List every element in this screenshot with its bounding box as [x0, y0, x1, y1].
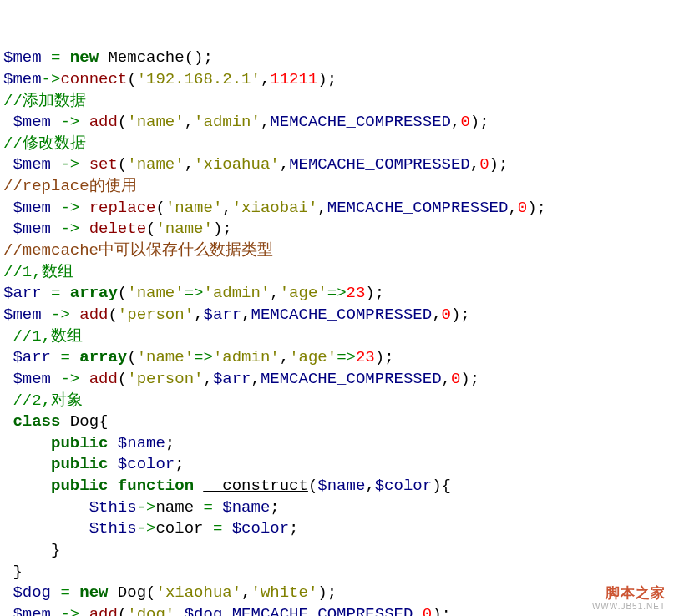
semicolon: ;: [203, 48, 212, 67]
paren: (: [127, 348, 136, 366]
paren: (: [118, 113, 127, 131]
semicolon: ;: [270, 498, 279, 517]
comment: //修改数据: [3, 134, 86, 153]
comma: ,: [413, 605, 422, 616]
comma: ,: [251, 370, 261, 388]
variable: $mem: [13, 605, 51, 616]
code-line: $mem -> add('person',$arr,MEMCACHE_COMPR…: [3, 305, 470, 324]
arrow-op: =>: [327, 284, 347, 302]
variable: $mem: [13, 113, 51, 131]
code-line: $mem -> set('name','xioahua',MEMCACHE_CO…: [3, 155, 508, 174]
comma: ,: [222, 199, 231, 217]
code-line: //修改数据: [3, 134, 86, 153]
keyword: new: [79, 583, 108, 602]
constant: MEMCACHE_COMPRESSED: [289, 155, 470, 174]
string: 'name': [127, 155, 184, 174]
comment: //replace的使用: [3, 177, 137, 195]
paren: ): [213, 220, 222, 238]
keyword: new: [70, 48, 99, 67]
comment: //1,数组: [3, 263, 73, 281]
semicolon: ;: [222, 220, 231, 238]
semicolon: ;: [327, 70, 337, 88]
comma: ,: [194, 305, 203, 324]
comma: ,: [280, 155, 289, 174]
semicolon: ;: [384, 348, 393, 366]
variable: $this: [89, 519, 137, 538]
comma: ,: [222, 605, 231, 616]
string: 'xiaohua': [155, 583, 241, 602]
arrow-op: ->: [137, 519, 156, 538]
code-line: //replace的使用: [3, 177, 137, 195]
method: add: [89, 605, 118, 616]
variable: $mem: [13, 370, 51, 388]
code-line: public $name;: [3, 434, 175, 452]
code-line: //memcache中可以保存什么数据类型: [3, 241, 273, 260]
paren: ): [365, 284, 374, 302]
number: 23: [347, 284, 366, 302]
comma: ,: [185, 113, 194, 131]
arrow-op: ->: [137, 498, 156, 517]
brace: {: [442, 477, 451, 495]
class-name: Dog: [118, 583, 146, 602]
comma: ,: [270, 284, 279, 302]
variable: $name: [118, 434, 165, 452]
constant: MEMCACHE_COMPRESSED: [251, 305, 433, 324]
variable: $name: [317, 477, 365, 495]
comment: //1,数组: [13, 327, 83, 346]
code-line: $arr = array('name'=>'admin','age'=>23);: [3, 348, 394, 366]
semicolon: ;: [175, 455, 184, 473]
code-line: public $color;: [3, 455, 185, 473]
comma: ,: [442, 370, 451, 388]
variable: $arr: [13, 348, 51, 366]
operator: =: [60, 348, 69, 366]
variable: $color: [118, 455, 175, 473]
method: delete: [89, 220, 146, 238]
number: 11211: [270, 70, 317, 88]
method: add: [79, 305, 108, 324]
method: set: [89, 155, 118, 174]
string: 'dog': [127, 605, 175, 616]
semicolon: ;: [537, 199, 546, 217]
code-line: //2,对象: [3, 391, 83, 410]
method: replace: [89, 199, 156, 217]
paren: (: [118, 155, 127, 174]
variable: $arr: [203, 305, 241, 324]
arrow-op: ->: [60, 113, 79, 131]
code-line: //1,数组: [3, 327, 83, 346]
paren: (: [118, 284, 127, 302]
comma: ,: [175, 605, 184, 616]
number: 0: [423, 605, 432, 616]
arrow-op: ->: [42, 70, 61, 88]
code-line: class Dog{: [3, 412, 108, 431]
constant: MEMCACHE_COMPRESSED: [270, 113, 451, 131]
arrow-op: =>: [337, 348, 356, 366]
code-line: public function __construct($name,$color…: [3, 477, 451, 495]
paren: (: [146, 583, 155, 602]
paren: ): [317, 70, 327, 88]
variable: $mem: [3, 48, 42, 67]
paren: ): [432, 477, 441, 495]
watermark-url: WWW.JB51.NET: [592, 602, 666, 611]
code-line: $mem->connect('192.168.2.1',11211);: [3, 70, 337, 88]
paren: (: [185, 48, 194, 67]
paren: ): [451, 305, 460, 324]
number: 0: [442, 305, 451, 324]
keyword: class: [13, 412, 60, 431]
keyword: array: [70, 284, 118, 302]
paren: ): [470, 113, 479, 131]
keyword: function: [118, 477, 194, 495]
semicolon: ;: [479, 113, 489, 131]
operator: =: [51, 48, 60, 67]
string: 'age': [289, 348, 337, 366]
brace: }: [13, 563, 22, 581]
variable: $dog: [185, 605, 223, 616]
code-line: $mem -> replace('name','xiaobai',MEMCACH…: [3, 199, 546, 217]
paren: ): [375, 348, 384, 366]
variable: $color: [232, 519, 289, 538]
code-line: }: [3, 563, 23, 581]
method-name: __construct: [203, 477, 307, 495]
paren: ): [460, 370, 469, 388]
variable: $this: [89, 498, 137, 517]
arrow-op: =>: [185, 284, 204, 302]
string: 'admin': [213, 348, 280, 366]
